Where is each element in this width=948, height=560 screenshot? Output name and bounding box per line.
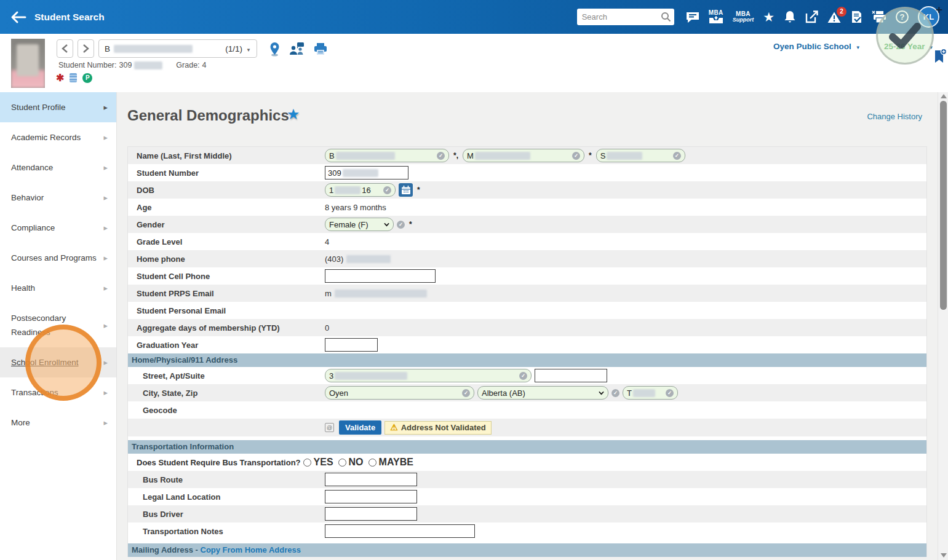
bus-route-input[interactable] [325,473,417,486]
radio-maybe[interactable] [368,459,376,467]
validated-check-icon [572,152,580,160]
alerts-icon[interactable]: 2 [827,11,842,23]
school-year-selector[interactable]: 25-26 Year [884,42,934,51]
street-row: Street, Apt/Suite 3 [128,367,926,384]
address-section-header: Home/Physical/911 Address [128,353,926,367]
family-communication-icon[interactable] [289,42,305,59]
legal-land-input[interactable] [325,490,417,503]
vertical-scrollbar[interactable] [938,92,948,560]
sidebar-item-compliance[interactable]: Compliance [0,213,116,243]
chevron-down-icon [929,42,934,51]
global-search [577,9,674,25]
user-avatar[interactable]: KL [918,6,939,28]
messages-icon[interactable] [686,11,699,23]
change-history-link[interactable]: Change History [867,112,922,121]
validate-button[interactable]: Validate [339,420,381,435]
sidebar-item-student-profile[interactable]: Student Profile [0,92,116,122]
favorite-page-star-icon[interactable] [287,106,300,123]
program-badge-icon[interactable] [82,73,92,83]
compose-icon[interactable] [805,10,818,23]
student-meta-line: Student Number: 309 Grade: 4 [58,61,207,69]
search-icon[interactable] [661,12,671,25]
radio-no[interactable] [338,459,346,467]
first-name-input[interactable]: M [463,149,584,162]
dob-input[interactable]: 116 [325,183,396,197]
mba-support-icon[interactable]: MBA Support [733,11,754,23]
radio-yes-label: YES [314,457,333,468]
gender-row: Gender Female (F) * [128,216,926,233]
bus-driver-row: Bus Driver [128,505,926,523]
redacted-phone [346,255,391,263]
sidebar-item-courses-and-programs[interactable]: Courses and Programs [0,243,116,273]
sidebar-item-health[interactable]: Health [0,273,116,303]
sidebar-item-behavior[interactable]: Behavior [0,183,116,213]
zip-input[interactable]: T [623,386,678,400]
validated-check-icon [666,389,674,397]
page-context-title: Student Search [34,12,105,23]
avatar-initials: KL [923,12,934,22]
tasks-check-icon[interactable] [851,10,862,23]
previous-student-button[interactable] [57,39,73,58]
radio-yes[interactable] [303,459,311,467]
radio-maybe-label: MAYBE [379,457,413,468]
favorites-star-icon[interactable] [763,11,775,23]
search-input[interactable] [577,9,674,25]
grade-value: 4 [202,61,207,69]
address-standardize-icon[interactable] [325,423,334,432]
graduation-year-input[interactable] [325,338,378,352]
sidebar-item-school-enrollment[interactable]: School Enrollment [0,347,116,377]
student-number-input[interactable]: 309 [325,166,408,179]
home-phone-value: (403) [325,254,343,264]
back-arrow-icon[interactable] [10,10,27,25]
scroll-down-arrow[interactable] [941,553,947,558]
main-content: General Demographics Change History Name… [117,92,938,560]
sidebar-item-postsecondary-readiness[interactable]: Postsecondary Readiness [0,303,116,347]
scroll-up-arrow[interactable] [941,94,947,98]
grade-level-value: 4 [325,237,329,246]
notifications-bell-icon[interactable] [784,10,796,23]
medical-alert-icon[interactable] [56,72,64,84]
state-select[interactable]: Alberta (AB) [477,386,608,400]
copy-from-home-address-link[interactable]: Copy From Home Address [201,545,301,554]
required-marker: *, [453,151,458,160]
app-window: Student Search MBA MBA Support [0,0,948,560]
bookmark-add-icon[interactable] [934,49,947,66]
required-marker: * [589,151,592,160]
calendar-icon[interactable] [399,183,413,197]
location-pin-icon[interactable] [268,42,281,59]
apt-suite-input[interactable] [535,369,607,382]
aggregate-days-row: Aggregate days of membership (YTD) 0 [128,319,926,336]
next-student-button[interactable] [78,39,94,58]
document-flag-icon[interactable] [70,73,77,82]
street-input[interactable]: 3 [325,369,532,382]
help-icon[interactable] [896,10,909,23]
age-row: Age 8 years 9 months [128,199,926,216]
sidebar-item-more[interactable]: More [0,408,116,438]
city-input[interactable]: Oyen [325,386,474,400]
bus-route-row: Bus Route [128,471,926,488]
validated-check-icon [611,389,619,397]
student-nav-sidebar: Student Profile Academic Records Attenda… [0,92,117,560]
address-not-validated-badge: Address Not Validated [384,421,492,435]
sidebar-item-academic-records[interactable]: Academic Records [0,122,116,152]
print-queue-icon[interactable] [872,10,886,23]
print-student-icon[interactable] [313,42,328,58]
sidebar-item-transactions[interactable]: Transactions [0,377,116,408]
gender-select[interactable]: Female (F) [325,218,394,231]
transport-notes-input[interactable] [325,524,475,538]
mba-inbox-icon[interactable]: MBA [709,10,723,24]
bus-driver-input[interactable] [325,507,417,521]
sidebar-item-attendance[interactable]: Attendance [0,152,116,183]
redacted-digits [343,169,378,177]
redacted-first-name [475,152,530,160]
school-selector[interactable]: Oyen Public School [773,42,861,51]
demographics-form: Name (Last, First Middle) B *, M * S [127,146,927,557]
cell-phone-input[interactable] [325,269,436,283]
scrollbar-thumb[interactable] [940,101,947,310]
grade-level-row: Grade Level 4 [128,233,926,250]
student-name-dropdown[interactable]: B (1/1) [98,39,257,58]
validated-check-icon [673,152,681,160]
middle-name-input[interactable]: S [596,149,685,162]
last-name-input[interactable]: B [325,149,449,162]
prps-email-value: m [325,289,332,298]
